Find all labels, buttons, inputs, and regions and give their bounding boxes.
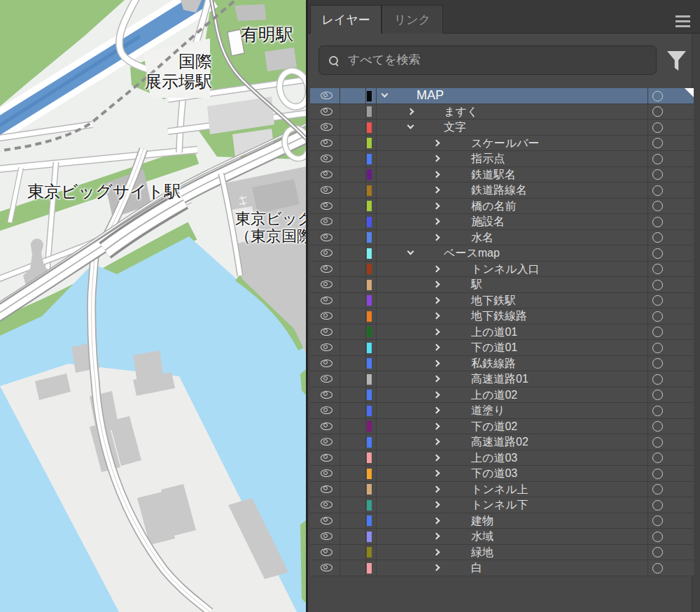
- visibility-eye-icon[interactable]: [321, 564, 332, 571]
- target-circle-icon[interactable]: [652, 500, 663, 511]
- visibility-eye-icon[interactable]: [321, 360, 332, 367]
- visibility-eye-icon[interactable]: [321, 517, 332, 525]
- expand-chevron-icon[interactable]: [433, 501, 440, 508]
- map-artboard[interactable]: 有明駅 国際 展示場駅 東京ビッグサイト駅 東京ビッグサ （東京国際展: [0, 0, 306, 612]
- layer-row[interactable]: 上の道03: [310, 450, 694, 467]
- expand-chevron-icon[interactable]: [407, 122, 414, 129]
- layer-row[interactable]: 文字: [310, 120, 694, 136]
- layer-row[interactable]: 下の道01: [310, 340, 694, 356]
- tab-layers[interactable]: レイヤー: [310, 5, 382, 34]
- target-circle-icon[interactable]: [652, 515, 663, 526]
- target-circle-icon[interactable]: [652, 358, 663, 369]
- expand-chevron-icon[interactable]: [433, 360, 440, 367]
- target-circle-icon[interactable]: [652, 122, 663, 133]
- layer-row[interactable]: スケールバー: [310, 136, 694, 152]
- target-circle-icon[interactable]: [652, 469, 663, 479]
- expand-chevron-icon[interactable]: [433, 533, 440, 540]
- layer-row[interactable]: トンネル入口: [310, 262, 694, 278]
- expand-chevron-icon[interactable]: [433, 171, 440, 178]
- target-circle-icon[interactable]: [652, 453, 663, 463]
- layer-name[interactable]: 下の道03: [471, 466, 517, 481]
- layer-name[interactable]: トンネル入口: [471, 262, 540, 276]
- filter-funnel-icon[interactable]: [667, 51, 686, 71]
- expand-chevron-icon[interactable]: [433, 155, 440, 162]
- visibility-eye-icon[interactable]: [321, 265, 332, 273]
- expand-chevron-icon[interactable]: [407, 108, 414, 115]
- layer-name[interactable]: トンネル下: [471, 497, 528, 512]
- layer-name[interactable]: トンネル上: [471, 482, 528, 497]
- expand-chevron-icon[interactable]: [433, 548, 440, 555]
- expand-chevron-icon[interactable]: [433, 139, 440, 146]
- visibility-eye-icon[interactable]: [321, 312, 332, 320]
- target-circle-icon[interactable]: [652, 138, 663, 148]
- layer-row[interactable]: 道塗り: [310, 403, 694, 419]
- visibility-eye-icon[interactable]: [321, 391, 332, 399]
- visibility-eye-icon[interactable]: [321, 280, 332, 288]
- target-circle-icon[interactable]: [652, 91, 663, 101]
- target-circle-icon[interactable]: [652, 106, 663, 117]
- layer-name[interactable]: 上の道01: [471, 325, 517, 339]
- layer-row[interactable]: 下の道03: [310, 466, 694, 482]
- layer-row[interactable]: 上の道01: [310, 325, 694, 341]
- layer-row[interactable]: 上の道02: [310, 387, 694, 404]
- layer-row[interactable]: 鉄道駅名: [310, 167, 694, 183]
- tab-links[interactable]: リンク: [382, 5, 443, 34]
- layer-row[interactable]: MAP: [310, 88, 694, 104]
- layer-name[interactable]: 高速道路01: [471, 371, 528, 386]
- layer-name[interactable]: 文字: [444, 120, 466, 134]
- layer-row[interactable]: 高速道路01: [310, 371, 694, 387]
- expand-chevron-icon[interactable]: [433, 376, 440, 383]
- target-circle-icon[interactable]: [652, 547, 663, 557]
- layer-name[interactable]: 指示点: [471, 151, 505, 166]
- layer-name[interactable]: 建物: [471, 513, 493, 528]
- layer-name[interactable]: 上の道02: [471, 387, 517, 402]
- expand-chevron-icon[interactable]: [407, 248, 414, 255]
- target-circle-icon[interactable]: [652, 390, 663, 400]
- expand-chevron-icon[interactable]: [433, 265, 440, 272]
- expand-chevron-icon[interactable]: [433, 564, 440, 571]
- layer-name[interactable]: 下の道02: [471, 419, 517, 434]
- layer-name[interactable]: 道塗り: [471, 403, 505, 418]
- panel-menu-icon[interactable]: [676, 15, 690, 27]
- layer-row[interactable]: 緑地: [310, 545, 694, 561]
- layer-row[interactable]: 地下鉄線路: [310, 308, 694, 325]
- visibility-eye-icon[interactable]: [321, 171, 332, 178]
- target-circle-icon[interactable]: [652, 563, 663, 574]
- visibility-eye-icon[interactable]: [321, 328, 332, 336]
- layer-name[interactable]: 白: [471, 560, 482, 575]
- visibility-eye-icon[interactable]: [321, 123, 332, 131]
- layer-row[interactable]: 下の道02: [310, 419, 694, 435]
- visibility-eye-icon[interactable]: [321, 532, 332, 540]
- visibility-eye-icon[interactable]: [321, 186, 332, 194]
- expand-chevron-icon[interactable]: [433, 328, 440, 335]
- layer-row[interactable]: ますく: [310, 104, 694, 120]
- layer-name[interactable]: 高速道路02: [471, 434, 528, 449]
- expand-chevron-icon[interactable]: [433, 313, 440, 320]
- layer-row[interactable]: トンネル下: [310, 497, 694, 513]
- expand-chevron-icon[interactable]: [433, 297, 440, 304]
- target-circle-icon[interactable]: [652, 232, 663, 243]
- layer-name[interactable]: 私鉄線路: [471, 356, 516, 371]
- expand-chevron-icon[interactable]: [433, 202, 440, 209]
- target-circle-icon[interactable]: [652, 374, 663, 385]
- target-circle-icon[interactable]: [652, 421, 663, 432]
- expand-chevron-icon[interactable]: [433, 218, 440, 225]
- layer-name[interactable]: 鉄道駅名: [471, 167, 516, 182]
- search-field[interactable]: [318, 45, 657, 75]
- visibility-eye-icon[interactable]: [321, 92, 332, 99]
- target-circle-icon[interactable]: [652, 532, 663, 542]
- visibility-eye-icon[interactable]: [321, 218, 332, 225]
- layer-row[interactable]: 建物: [310, 513, 694, 529]
- visibility-eye-icon[interactable]: [321, 469, 332, 477]
- visibility-eye-icon[interactable]: [321, 297, 332, 304]
- target-circle-icon[interactable]: [652, 311, 663, 322]
- visibility-eye-icon[interactable]: [321, 202, 332, 210]
- visibility-eye-icon[interactable]: [321, 375, 332, 383]
- visibility-eye-icon[interactable]: [321, 438, 332, 446]
- visibility-eye-icon[interactable]: [321, 501, 332, 508]
- layer-name[interactable]: 上の道03: [471, 450, 517, 465]
- layer-name[interactable]: 地下鉄駅: [471, 293, 516, 308]
- layer-name[interactable]: 施設名: [471, 214, 505, 229]
- layer-name[interactable]: 緑地: [471, 545, 493, 560]
- target-circle-icon[interactable]: [652, 201, 663, 211]
